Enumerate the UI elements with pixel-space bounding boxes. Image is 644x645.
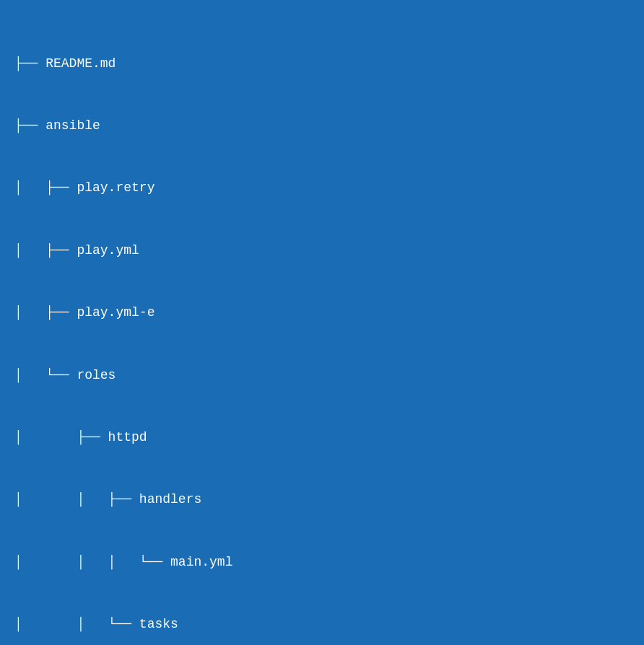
file-tree: ├── README.md ├── ansible │ ├── play.ret… [14, 12, 630, 645]
tree-line: │ └── roles [14, 365, 630, 386]
tree-line: ├── ansible [14, 115, 630, 136]
tree-line: │ ├── httpd [14, 427, 630, 448]
tree-line: ├── README.md [14, 53, 630, 74]
tree-line: │ ├── play.yml [14, 240, 630, 261]
tree-line: │ ├── play.yml-e [14, 302, 630, 323]
tree-line: │ │ │ └── main.yml [14, 552, 630, 573]
tree-line: │ ├── play.retry [14, 177, 630, 198]
tree-line: │ │ └── tasks [14, 614, 630, 635]
tree-line: │ │ ├── handlers [14, 489, 630, 510]
